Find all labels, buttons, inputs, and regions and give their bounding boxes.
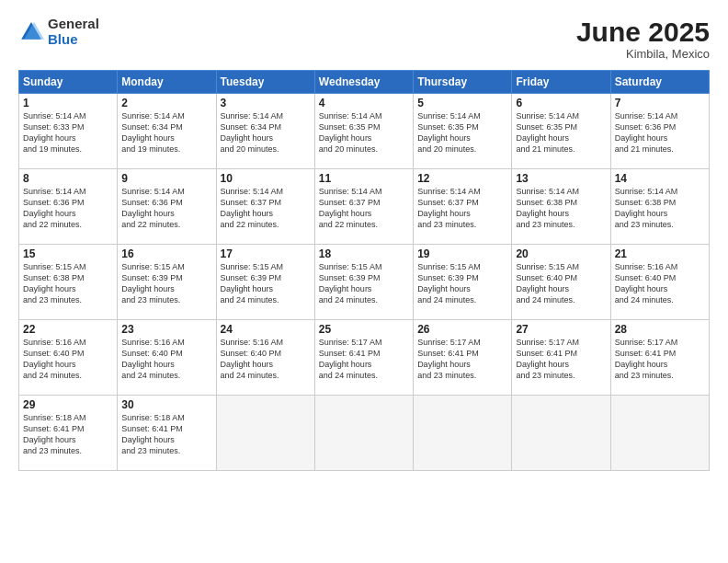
table-row	[314, 396, 413, 471]
day-number: 5	[417, 97, 507, 109]
day-number: 2	[121, 97, 211, 109]
header-monday: Monday	[118, 71, 216, 94]
day-info: Sunrise: 5:14 AMSunset: 6:38 PMDaylight …	[615, 186, 705, 231]
day-info: Sunrise: 5:14 AMSunset: 6:34 PMDaylight …	[221, 110, 311, 155]
day-info: Sunrise: 5:14 AMSunset: 6:38 PMDaylight …	[516, 186, 606, 231]
logo-general-text: General	[48, 17, 99, 32]
table-row: 25 Sunrise: 5:17 AMSunset: 6:41 PMDaylig…	[314, 320, 413, 396]
day-number: 30	[121, 398, 211, 411]
day-number: 18	[319, 247, 409, 260]
day-number: 25	[319, 323, 409, 336]
table-row: 7 Sunrise: 5:14 AMSunset: 6:36 PMDayligh…	[610, 94, 709, 169]
table-row: 13 Sunrise: 5:14 AMSunset: 6:38 PMDaylig…	[512, 169, 610, 245]
day-info: Sunrise: 5:14 AMSunset: 6:34 PMDaylight …	[121, 110, 211, 155]
day-number: 21	[615, 247, 705, 260]
day-info: Sunrise: 5:16 AMSunset: 6:40 PMDaylight …	[221, 337, 311, 382]
day-number: 23	[121, 323, 211, 336]
logo-blue-text: Blue	[48, 32, 99, 48]
day-number: 3	[221, 97, 311, 109]
table-row: 21 Sunrise: 5:16 AMSunset: 6:40 PMDaylig…	[610, 245, 709, 320]
day-info: Sunrise: 5:15 AMSunset: 6:39 PMDaylight …	[319, 261, 409, 306]
day-info: Sunrise: 5:14 AMSunset: 6:35 PMDaylight …	[319, 110, 409, 155]
day-info: Sunrise: 5:14 AMSunset: 6:36 PMDaylight …	[615, 110, 705, 155]
day-info: Sunrise: 5:14 AMSunset: 6:36 PMDaylight …	[121, 186, 211, 231]
day-info: Sunrise: 5:14 AMSunset: 6:35 PMDaylight …	[516, 110, 606, 155]
day-number: 27	[516, 323, 606, 336]
table-row: 24 Sunrise: 5:16 AMSunset: 6:40 PMDaylig…	[216, 320, 314, 396]
table-row	[216, 396, 314, 471]
day-info: Sunrise: 5:15 AMSunset: 6:39 PMDaylight …	[121, 261, 211, 306]
table-row: 5 Sunrise: 5:14 AMSunset: 6:35 PMDayligh…	[414, 94, 512, 169]
table-row	[512, 396, 610, 471]
day-number: 10	[221, 172, 311, 185]
day-number: 13	[516, 172, 606, 185]
table-row: 26 Sunrise: 5:17 AMSunset: 6:41 PMDaylig…	[414, 320, 512, 396]
table-row: 22 Sunrise: 5:16 AMSunset: 6:40 PMDaylig…	[19, 320, 118, 396]
day-info: Sunrise: 5:16 AMSunset: 6:40 PMDaylight …	[23, 337, 113, 382]
day-number: 4	[319, 97, 409, 109]
table-row: 16 Sunrise: 5:15 AMSunset: 6:39 PMDaylig…	[118, 245, 216, 320]
table-row: 28 Sunrise: 5:17 AMSunset: 6:41 PMDaylig…	[610, 320, 709, 396]
table-row: 8 Sunrise: 5:14 AMSunset: 6:36 PMDayligh…	[19, 169, 118, 245]
day-info: Sunrise: 5:16 AMSunset: 6:40 PMDaylight …	[121, 337, 211, 382]
calendar-row: 1 Sunrise: 5:14 AMSunset: 6:33 PMDayligh…	[19, 94, 710, 169]
day-number: 16	[121, 247, 211, 260]
header-sunday: Sunday	[19, 71, 118, 94]
header: General Blue June 2025 Kimbila, Mexico	[18, 17, 710, 61]
day-info: Sunrise: 5:17 AMSunset: 6:41 PMDaylight …	[615, 337, 705, 382]
day-number: 1	[23, 97, 113, 109]
day-number: 7	[615, 97, 705, 109]
table-row: 1 Sunrise: 5:14 AMSunset: 6:33 PMDayligh…	[19, 94, 118, 169]
table-row: 27 Sunrise: 5:17 AMSunset: 6:41 PMDaylig…	[512, 320, 610, 396]
title-block: June 2025 Kimbila, Mexico	[576, 17, 710, 61]
day-info: Sunrise: 5:14 AMSunset: 6:37 PMDaylight …	[319, 186, 409, 231]
day-number: 15	[23, 247, 113, 260]
day-number: 22	[23, 323, 113, 336]
table-row: 3 Sunrise: 5:14 AMSunset: 6:34 PMDayligh…	[216, 94, 314, 169]
day-number: 12	[417, 172, 507, 185]
calendar-row: 8 Sunrise: 5:14 AMSunset: 6:36 PMDayligh…	[19, 169, 710, 245]
day-info: Sunrise: 5:18 AMSunset: 6:41 PMDaylight …	[23, 412, 113, 457]
table-row: 14 Sunrise: 5:14 AMSunset: 6:38 PMDaylig…	[610, 169, 709, 245]
logo: General Blue	[18, 17, 99, 47]
table-row: 4 Sunrise: 5:14 AMSunset: 6:35 PMDayligh…	[314, 94, 413, 169]
day-number: 26	[417, 323, 507, 336]
table-row	[414, 396, 512, 471]
day-info: Sunrise: 5:15 AMSunset: 6:39 PMDaylight …	[221, 261, 311, 306]
day-number: 19	[417, 247, 507, 260]
day-number: 8	[23, 172, 113, 185]
table-row: 12 Sunrise: 5:14 AMSunset: 6:37 PMDaylig…	[414, 169, 512, 245]
day-number: 14	[615, 172, 705, 185]
table-row: 17 Sunrise: 5:15 AMSunset: 6:39 PMDaylig…	[216, 245, 314, 320]
location: Kimbila, Mexico	[576, 47, 710, 61]
day-number: 11	[319, 172, 409, 185]
day-info: Sunrise: 5:16 AMSunset: 6:40 PMDaylight …	[615, 261, 705, 306]
table-row	[610, 396, 709, 471]
table-row: 19 Sunrise: 5:15 AMSunset: 6:39 PMDaylig…	[414, 245, 512, 320]
day-info: Sunrise: 5:17 AMSunset: 6:41 PMDaylight …	[319, 337, 409, 382]
day-info: Sunrise: 5:17 AMSunset: 6:41 PMDaylight …	[516, 337, 606, 382]
day-info: Sunrise: 5:18 AMSunset: 6:41 PMDaylight …	[121, 412, 211, 457]
logo-text: General Blue	[48, 17, 99, 47]
header-thursday: Thursday	[414, 71, 512, 94]
day-number: 17	[221, 247, 311, 260]
day-number: 6	[516, 97, 606, 109]
day-info: Sunrise: 5:15 AMSunset: 6:40 PMDaylight …	[516, 261, 606, 306]
day-number: 29	[23, 398, 113, 411]
calendar: Sunday Monday Tuesday Wednesday Thursday…	[18, 70, 710, 471]
table-row: 29 Sunrise: 5:18 AMSunset: 6:41 PMDaylig…	[19, 396, 118, 471]
header-wednesday: Wednesday	[314, 71, 413, 94]
header-tuesday: Tuesday	[216, 71, 314, 94]
table-row: 15 Sunrise: 5:15 AMSunset: 6:38 PMDaylig…	[19, 245, 118, 320]
day-info: Sunrise: 5:14 AMSunset: 6:35 PMDaylight …	[417, 110, 507, 155]
calendar-row: 15 Sunrise: 5:15 AMSunset: 6:38 PMDaylig…	[19, 245, 710, 320]
table-row: 2 Sunrise: 5:14 AMSunset: 6:34 PMDayligh…	[118, 94, 216, 169]
table-row: 10 Sunrise: 5:14 AMSunset: 6:37 PMDaylig…	[216, 169, 314, 245]
day-number: 9	[121, 172, 211, 185]
day-number: 28	[615, 323, 705, 336]
table-row: 18 Sunrise: 5:15 AMSunset: 6:39 PMDaylig…	[314, 245, 413, 320]
weekday-header-row: Sunday Monday Tuesday Wednesday Thursday…	[19, 71, 710, 94]
day-info: Sunrise: 5:14 AMSunset: 6:37 PMDaylight …	[221, 186, 311, 231]
calendar-row: 29 Sunrise: 5:18 AMSunset: 6:41 PMDaylig…	[19, 396, 710, 471]
day-info: Sunrise: 5:15 AMSunset: 6:39 PMDaylight …	[417, 261, 507, 306]
